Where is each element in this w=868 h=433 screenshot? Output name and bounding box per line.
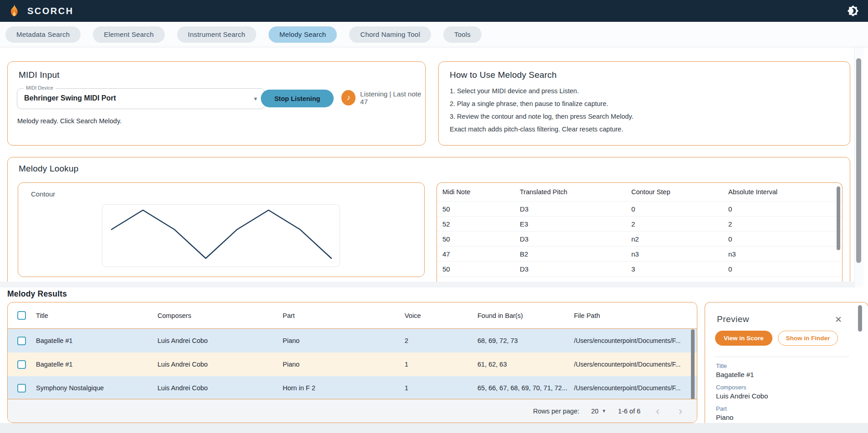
note-log-cell: n3 [728,250,842,258]
results-col-title: Title [36,312,157,319]
cell-file-path: /Users/encounterpoint/Documents/F... [574,361,697,368]
app-root: SCORCH Metadata SearchElement SearchInst… [0,0,868,433]
tab-metadata-search[interactable]: Metadata Search [5,26,81,43]
tab-tools[interactable]: Tools [443,26,482,43]
tab-element-search[interactable]: Element Search [93,26,165,43]
select-all-cell [8,311,36,320]
select-all-checkbox[interactable] [17,311,26,320]
stop-listening-button[interactable]: Stop Listening [261,90,334,107]
previous-page-button[interactable]: ‹ [652,406,663,417]
results-scrollbar[interactable] [691,329,695,400]
preview-field-value: Piano [716,413,768,421]
note-log-cell: 0 [728,205,842,213]
note-log-col-translated-pitch: Translated Pitch [520,188,631,196]
note-log-cell: n3 [631,250,728,258]
preview-fields: TitleBagatelle #1ComposersLuis Andrei Co… [716,363,768,427]
results-col-voice: Voice [405,312,477,319]
cell-part: Piano [283,337,405,344]
results-row[interactable]: Bagatelle #1Luis Andrei CoboPiano268, 69… [8,329,697,352]
dark-mode-toggle[interactable] [846,5,860,18]
note-log-row: 50D300 [437,201,842,216]
results-header-row: TitleComposersPartVoiceFound in Bar(s)Fi… [8,302,697,329]
howto-title: How to Use Melody Search [450,70,557,80]
note-log-scrollbar[interactable] [837,186,840,250]
row-checkbox-cell [8,360,36,369]
note-log-cell: D3 [520,265,631,273]
results-body: Bagatelle #1Luis Andrei CoboPiano268, 69… [8,329,697,400]
listening-status-chip: ♪ Listening | Last note 47 [341,90,425,106]
note-log-row: 50D330 [437,261,842,276]
preview-divider [715,357,849,357]
tab-chord-naming-tool[interactable]: Chord Naming Tool [349,26,431,43]
note-log-cell: 2 [728,220,842,228]
view-in-score-button[interactable]: View in Score [715,331,772,346]
melody-results-title: Melody Results [7,289,67,299]
note-log-header: Midi NoteTranslated PitchContour StepAbs… [437,183,842,201]
horizontal-scrollbar-track[interactable] [0,282,854,287]
cell-file-path: /Users/encounterpoint/Documents/F... [574,384,697,392]
row-checkbox[interactable] [17,337,26,345]
note-log-cell: 3 [631,265,728,273]
note-log-cell: n2 [631,235,728,243]
note-log-panel: Midi NoteTranslated PitchContour StepAbs… [437,182,843,287]
note-log-cell: 52 [442,220,520,228]
show-in-finder-button[interactable]: Show in Finder [778,331,838,346]
cell-composers: Luis Andrei Cobo [157,361,283,368]
howto-line-3: 3. Review the contour and note log, then… [450,113,634,120]
note-log-cell: 50 [442,235,520,243]
midi-device-select[interactable]: MIDI Device Behringer Swing MIDI Port ▼ [17,88,265,109]
melody-ready-status: Melody ready. Click Search Melody. [17,117,122,125]
midi-device-label: MIDI Device [24,85,56,91]
close-icon[interactable]: ✕ [832,313,844,325]
note-log-row: 52E322 [437,216,842,231]
preview-field-label: Title [716,363,768,369]
top-bar: SCORCH [0,0,868,22]
howto-panel: How to Use Melody Search 1. Select your … [438,61,850,146]
preview-field-part: PartPiano [716,405,768,421]
cell-part: Horn in F 2 [283,384,405,392]
vertical-scrollbar-thumb[interactable] [856,58,861,263]
preview-vertical-scrollbar[interactable] [858,305,862,332]
note-log-cell: D3 [520,235,631,243]
results-row[interactable]: Bagatelle #1Luis Andrei CoboPiano161, 62… [8,352,697,376]
cell-composers: Luis Andrei Cobo [157,384,283,392]
tab-instrument-search[interactable]: Instrument Search [177,26,256,43]
howto-line-4: Exact match adds pitch-class filtering. … [450,126,634,133]
cell-title: Bagatelle #1 [36,361,157,368]
note-log-cell: 0 [728,235,842,243]
preview-field-value: Luis Andrei Cobo [716,392,768,400]
note-log-cell: 50 [442,205,520,213]
note-log-col-contour-step: Contour Step [631,188,728,196]
cell-bars: 68, 69, 72, 73 [477,337,574,344]
rows-per-page-select[interactable]: 20 ▼ [591,408,606,415]
contour-line-chart [102,205,340,267]
melody-lookup-panel: Melody Lookup Contour Midi NoteTranslate… [7,157,850,287]
results-row[interactable]: Symphony NostalgiqueLuis Andrei CoboHorn… [8,376,697,400]
preview-panel: Preview ✕ View in Score Show in Finder T… [705,302,868,431]
upper-scroll-region: MIDI Input MIDI Device Behringer Swing M… [0,47,854,287]
row-checkbox-cell [8,384,36,393]
row-checkbox[interactable] [17,384,26,393]
flame-icon [7,3,21,19]
note-log-cell: D3 [520,205,631,213]
dropdown-caret-icon: ▼ [253,96,258,101]
next-page-button[interactable]: › [675,406,686,417]
pagination-range: 1-6 of 6 [618,408,640,415]
howto-line-2: 2. Play a single phrase, then pause to f… [450,100,634,107]
results-col-found-in-bar-s-: Found in Bar(s) [477,312,574,319]
results-col-part: Part [283,312,405,319]
preview-field-label: Part [716,405,768,412]
app-title: SCORCH [27,6,74,16]
cell-voice: 2 [405,337,477,344]
results-footer: Rows per page: 20 ▼ 1-6 of 6 ‹ › [8,399,697,423]
tab-melody-search[interactable]: Melody Search [269,26,337,43]
note-log-cell: 50 [442,265,520,273]
note-log-col-absolute-interval: Absolute Interval [728,188,842,196]
note-log-cell: 2 [631,220,728,228]
listening-status-text: Listening | Last note 47 [360,90,425,106]
row-checkbox[interactable] [17,360,26,369]
midi-input-panel: MIDI Input MIDI Device Behringer Swing M… [7,61,426,146]
note-log-cell: 0 [631,205,728,213]
cell-part: Piano [283,361,405,368]
results-col-file-path: File Path [574,312,697,319]
